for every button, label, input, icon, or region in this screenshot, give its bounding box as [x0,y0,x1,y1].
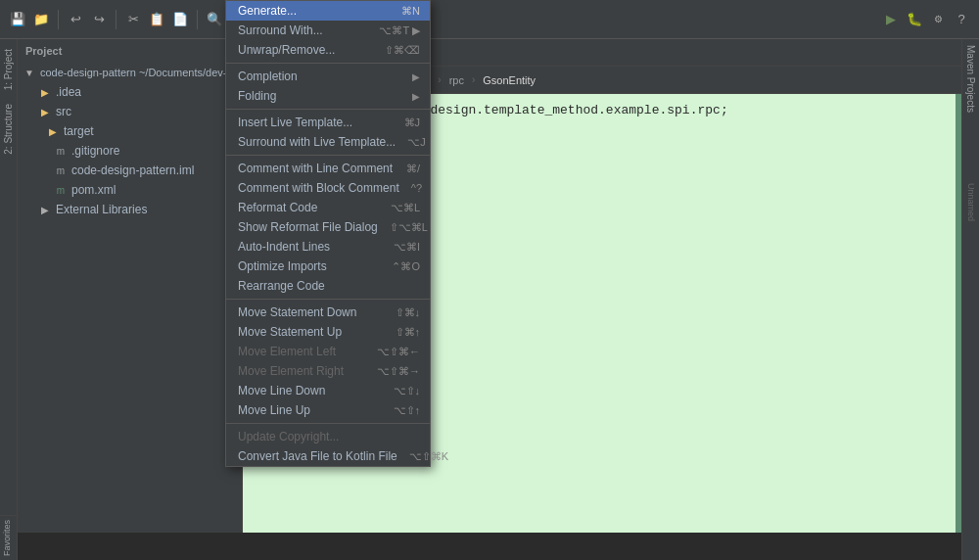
tree-item-external[interactable]: ▶ External Libraries [18,200,242,219]
menu-label-unwrap: Unwrap/Remove... [238,43,335,57]
toolbar-run-icon[interactable]: ▶ [881,10,901,29]
toolbar-icon-1[interactable]: 💾 [8,10,27,29]
menu-item-rearrange[interactable]: Rearrange Code [226,276,430,296]
file-icon-gitignore: m [53,143,69,159]
toolbar-debug-icon[interactable]: 🐛 [905,10,924,29]
menu-sep-4 [226,299,430,300]
menu-shortcut-comment-block: ^? [411,182,422,194]
menu-shortcut-reformat: ⌥⌘L [391,202,420,214]
menu-item-move-stmt-down[interactable]: Move Statement Down ⇧⌘↓ [226,303,430,322]
menu-item-surround-with[interactable]: Surround With... ⌥⌘T ▶ [226,21,430,40]
menu-sep-1 [226,63,430,64]
menu-shortcut-move-line-down: ⌥⇧↓ [394,385,421,397]
tree-item-idea[interactable]: ▶ .idea [18,82,242,102]
breadcrumb-label-3: rpc [449,74,464,86]
breadcrumb-sep-3: › [472,74,475,85]
menu-item-move-line-down[interactable]: Move Line Down ⌥⇧↓ [226,381,430,400]
menu-label-surround-with: Surround With... [238,23,323,37]
menu-shortcut-unwrap: ⇧⌘⌫ [385,44,420,57]
menu-item-unwrap[interactable]: Unwrap/Remove... ⇧⌘⌫ [226,40,430,60]
menu-item-move-elem-left: Move Element Left ⌥⇧⌘← [226,342,430,361]
toolbar-settings-icon[interactable]: ⚙ [928,10,948,29]
menu-label-auto-indent: Auto-Indent Lines [238,240,330,254]
menu-item-generate[interactable]: Generate... ⌘N [226,1,430,21]
toolbar-icon-2[interactable]: 📁 [31,10,51,29]
menu-shortcut-auto-indent: ⌥⌘I [394,241,420,254]
menu-item-move-line-up[interactable]: Move Line Up ⌥⇧↑ [226,400,430,420]
toolbar-paste-icon[interactable]: 📄 [170,10,190,29]
menu-shortcut-comment-line: ⌘/ [406,163,420,175]
menu-item-auto-indent[interactable]: Auto-Indent Lines ⌥⌘I [226,237,430,257]
menu-label-move-line-up: Move Line Up [238,403,310,417]
favorites-tab[interactable]: Favorites [0,516,14,560]
menu-item-move-stmt-up[interactable]: Move Statement Up ⇧⌘↑ [226,322,430,342]
menu-arrow-completion: ▶ [412,71,420,82]
breadcrumb-label-4: GsonEntity [483,74,536,86]
breadcrumb-gsonentity[interactable]: GsonEntity [477,72,541,88]
toolbar-separator-2 [116,10,117,29]
toolbar-copy-icon[interactable]: 📋 [147,10,166,29]
project-sidebar: Project ▼ code-design-pattern ~/Document… [18,39,243,533]
menu-shortcut-move-elem-left: ⌥⇧⌘← [377,346,420,358]
menu-shortcut-move-stmt-up: ⇧⌘↑ [396,326,421,339]
menu-label-comment-block: Comment with Block Comment [238,181,399,195]
toolbar-cut-icon[interactable]: ✂ [123,10,143,29]
tree-label-src: src [56,105,71,118]
menu-item-comment-line[interactable]: Comment with Line Comment ⌘/ [226,159,430,178]
tree-item-target[interactable]: ▶ target [18,121,242,141]
menu-label-move-elem-right: Move Element Right [238,364,344,378]
menu-item-update-copyright: Update Copyright... [226,427,430,446]
menu-arrow-folding: ▶ [412,91,420,102]
menu-label-show-reformat: Show Reformat File Dialog [238,220,378,234]
toolbar: 💾 📁 ↩ ↪ ✂ 📋 📄 🔍 ◀ ▶ code-design-pattern … [0,0,979,39]
toolbar-separator-3 [197,10,198,29]
folder-icon-target: ▶ [45,123,61,139]
menu-item-optimize-imports[interactable]: Optimize Imports ⌃⌘O [226,257,430,276]
menu-shortcut-generate: ⌘N [401,5,420,18]
menu-item-show-reformat[interactable]: Show Reformat File Dialog ⇧⌥⌘L [226,217,430,237]
menu-item-comment-block[interactable]: Comment with Block Comment ^? [226,178,430,198]
toolbar-icon-4[interactable]: ↪ [89,10,109,29]
menu-item-move-elem-right: Move Element Right ⌥⇧⌘→ [226,361,430,381]
menu-item-convert-kotlin[interactable]: Convert Java File to Kotlin File ⌥⇧⌘K [226,446,430,466]
sidebar-title: Project [18,39,242,63]
menu-item-reformat[interactable]: Reformat Code ⌥⌘L [226,198,430,217]
menu-shortcut-convert-kotlin: ⌥⇧⌘K [409,450,448,463]
tree-item-src[interactable]: ▶ src [18,102,242,121]
menu-shortcut-optimize-imports: ⌃⌘O [392,260,420,273]
project-tab[interactable]: 1: Project [1,43,16,96]
menu-label-optimize-imports: Optimize Imports [238,259,327,273]
tree-item-pom[interactable]: m pom.xml [18,180,242,200]
tree-root-label: code-design-pattern ~/Documents/dev- [40,67,226,78]
breadcrumb-rpc[interactable]: rpc [443,72,470,88]
menu-label-move-stmt-down: Move Statement Down [238,305,356,319]
tree-label-idea: .idea [56,85,81,99]
tree-label-target: target [64,124,94,138]
menu-item-completion[interactable]: Completion ▶ [226,67,430,86]
menu-shortcut-insert-live: ⌘J [404,117,421,129]
right-side-panel: Maven Projects Unnamed [961,39,979,560]
menu-item-surround-live[interactable]: Surround with Live Template... ⌥J [226,132,430,152]
left-side-panel: 1: Project 2: Structure [0,39,18,560]
folder-icon-external: ▶ [37,202,53,217]
menu-sep-3 [226,155,430,156]
menu-label-completion: Completion [238,70,298,83]
unnamed-tab[interactable]: Unnamed [964,177,978,227]
maven-projects-tab[interactable]: Maven Projects [963,39,978,118]
toolbar-help-icon[interactable]: ? [952,10,971,29]
toolbar-find-icon[interactable]: 🔍 [205,10,224,29]
tree-label-pom: pom.xml [71,183,116,197]
toolbar-icon-3[interactable]: ↩ [66,10,85,29]
context-menu: Generate... ⌘N Surround With... ⌥⌘T ▶ Un… [225,0,431,467]
tree-root[interactable]: ▼ code-design-pattern ~/Documents/dev- [18,63,242,82]
tree-item-iml[interactable]: m code-design-pattern.iml [18,161,242,180]
tree-item-gitignore[interactable]: m .gitignore [18,141,242,161]
menu-shortcut-move-line-up: ⌥⇧↑ [394,404,421,417]
breadcrumb-sep-2: › [438,74,441,85]
toolbar-separator [58,10,59,29]
menu-item-insert-live[interactable]: Insert Live Template... ⌘J [226,113,430,132]
structure-tab[interactable]: 2: Structure [1,98,16,161]
menu-sep-5 [226,423,430,424]
menu-item-folding[interactable]: Folding ▶ [226,86,430,106]
folder-icon-src: ▶ [37,104,53,119]
